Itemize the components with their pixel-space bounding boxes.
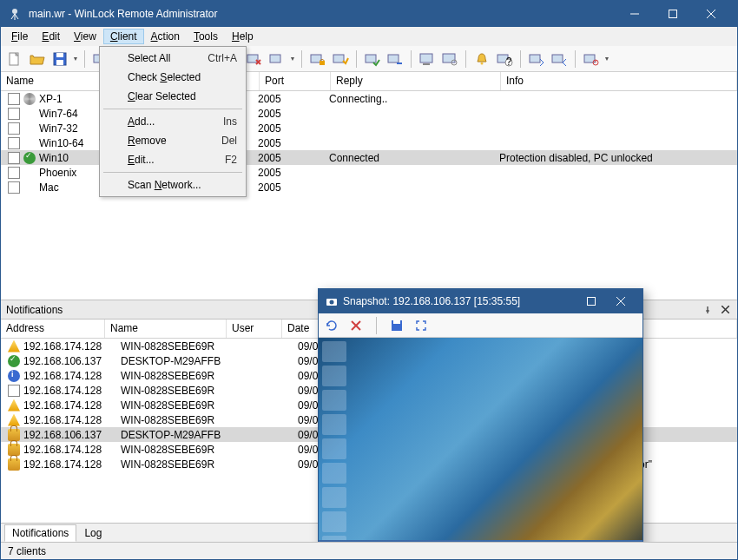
menu-separator bbox=[103, 109, 242, 109]
warn-icon bbox=[8, 399, 20, 412]
warn-icon bbox=[8, 340, 20, 352]
menu-add[interactable]: Add...Ins bbox=[102, 112, 244, 131]
svg-rect-2 bbox=[669, 10, 677, 18]
menu-action[interactable]: Action bbox=[144, 29, 187, 44]
notif-address-cell: 192.168.174.128 bbox=[23, 444, 121, 456]
unlock-button[interactable] bbox=[330, 49, 351, 69]
blank-icon bbox=[23, 137, 36, 149]
alert-button[interactable] bbox=[471, 49, 492, 69]
menu-select-all[interactable]: Select AllCtrl+A bbox=[102, 49, 244, 68]
client-info-cell: Protection disabled, PC unlocked bbox=[499, 152, 737, 164]
snapshot-window[interactable]: Snapshot: 192.168.106.137 [15:35:55] bbox=[318, 288, 643, 542]
titlebar: main.wr - WinLock Remote Administrator bbox=[1, 1, 737, 27]
client-checkbox[interactable] bbox=[8, 122, 20, 135]
open-button[interactable] bbox=[27, 49, 48, 69]
protect-button[interactable] bbox=[362, 49, 383, 69]
disconnect-button[interactable] bbox=[244, 49, 265, 69]
tab-notifications[interactable]: Notifications bbox=[4, 524, 76, 542]
client-port-cell: 2005 bbox=[258, 181, 329, 194]
app-icon bbox=[8, 7, 22, 21]
menu-tools[interactable]: Tools bbox=[187, 29, 225, 44]
menu-scan-network[interactable]: Scan Network... bbox=[102, 175, 244, 194]
header-user[interactable]: User bbox=[227, 320, 282, 338]
close-panel-button[interactable] bbox=[718, 303, 732, 317]
save-button[interactable] bbox=[49, 49, 70, 69]
save-dropdown-arrow[interactable]: ▼ bbox=[72, 56, 79, 62]
toolbar-separator bbox=[356, 50, 357, 68]
menu-help[interactable]: Help bbox=[225, 29, 260, 44]
lock-icon bbox=[8, 444, 20, 456]
monitor-button[interactable] bbox=[439, 49, 460, 69]
ok-icon bbox=[8, 355, 20, 367]
menu-view[interactable]: View bbox=[67, 29, 103, 44]
svg-rect-28 bbox=[388, 55, 399, 63]
snapshot-refresh-button[interactable] bbox=[324, 318, 339, 333]
client-checkbox[interactable] bbox=[8, 108, 20, 120]
client-port-cell: 2005 bbox=[258, 152, 329, 164]
tab-log[interactable]: Log bbox=[76, 524, 109, 542]
snapshot-maximize-button[interactable] bbox=[577, 289, 606, 313]
shutdown-button[interactable] bbox=[581, 49, 602, 69]
snapshot-close-button[interactable] bbox=[606, 289, 636, 313]
client-checkbox[interactable] bbox=[8, 152, 20, 164]
blank-icon bbox=[8, 385, 20, 397]
header-address[interactable]: Address bbox=[1, 320, 105, 338]
snapshot-button[interactable] bbox=[417, 49, 438, 69]
menu-edit[interactable]: Edit bbox=[35, 29, 67, 44]
pin-button[interactable] bbox=[701, 303, 715, 317]
minimize-button[interactable] bbox=[616, 1, 654, 27]
notif-name-cell: WIN-0828SEBE69R bbox=[121, 414, 242, 426]
menu-clear-selected[interactable]: Clear Selected bbox=[102, 87, 244, 106]
svg-rect-26 bbox=[333, 55, 344, 63]
send-config-button[interactable] bbox=[526, 49, 547, 69]
blank-icon bbox=[23, 181, 36, 194]
client-port-cell: 2005 bbox=[258, 108, 329, 120]
header-info[interactable]: Info bbox=[501, 72, 737, 90]
shutdown-dropdown-arrow[interactable]: ▼ bbox=[603, 56, 610, 62]
client-port-cell: 2005 bbox=[258, 137, 329, 149]
refresh-dropdown-arrow[interactable]: ▼ bbox=[289, 56, 296, 62]
lock-icon bbox=[8, 429, 20, 441]
notif-name-cell: DESKTOP-M29AFFB bbox=[121, 429, 242, 441]
unprotect-button[interactable] bbox=[385, 49, 405, 69]
maximize-button[interactable] bbox=[654, 1, 692, 27]
notif-name-cell: WIN-0828SEBE69R bbox=[121, 340, 242, 352]
remote-taskbar bbox=[319, 540, 642, 542]
blank-icon bbox=[23, 108, 36, 120]
menu-edit[interactable]: Edit...F2 bbox=[102, 150, 244, 169]
header-notif-name[interactable]: Name bbox=[105, 320, 227, 338]
client-checkbox[interactable] bbox=[8, 137, 20, 149]
svg-rect-38 bbox=[530, 55, 540, 63]
snapshot-save-button[interactable] bbox=[389, 318, 405, 333]
notif-address-cell: 192.168.106.137 bbox=[23, 355, 121, 367]
client-checkbox[interactable] bbox=[8, 93, 20, 105]
menu-client[interactable]: Client bbox=[103, 29, 144, 44]
lock-button[interactable] bbox=[307, 49, 328, 69]
receive-config-button[interactable] bbox=[549, 49, 570, 69]
ok-icon bbox=[23, 152, 36, 164]
menu-remove[interactable]: RemoveDel bbox=[102, 131, 244, 150]
svg-rect-7 bbox=[56, 53, 63, 57]
message-button[interactable]: ? bbox=[494, 49, 515, 69]
toolbar-separator bbox=[301, 50, 302, 68]
refresh-button[interactable] bbox=[267, 49, 287, 69]
client-checkbox[interactable] bbox=[8, 167, 20, 179]
blank-icon bbox=[23, 122, 36, 135]
svg-rect-30 bbox=[420, 54, 432, 63]
client-reply-cell: Connecting.. bbox=[329, 93, 499, 105]
client-port-cell: 2005 bbox=[258, 93, 329, 105]
header-reply[interactable]: Reply bbox=[331, 72, 501, 90]
menu-file[interactable]: File bbox=[4, 29, 35, 44]
titlebar-text: main.wr - WinLock Remote Administrator bbox=[29, 8, 616, 20]
notif-name-cell: WIN-0828SEBE69R bbox=[121, 385, 242, 397]
snapshot-stop-button[interactable] bbox=[348, 318, 364, 333]
warn-icon bbox=[8, 414, 20, 426]
snapshot-fullscreen-button[interactable] bbox=[413, 318, 429, 333]
menu-check-selected[interactable]: Check Selected bbox=[102, 68, 244, 87]
close-button[interactable] bbox=[692, 1, 730, 27]
svg-point-34 bbox=[481, 62, 484, 64]
new-button[interactable] bbox=[4, 49, 25, 69]
client-checkbox[interactable] bbox=[8, 181, 20, 194]
header-port[interactable]: Port bbox=[260, 72, 331, 90]
menubar: FileEditViewClientActionToolsHelpSelect … bbox=[1, 27, 737, 46]
